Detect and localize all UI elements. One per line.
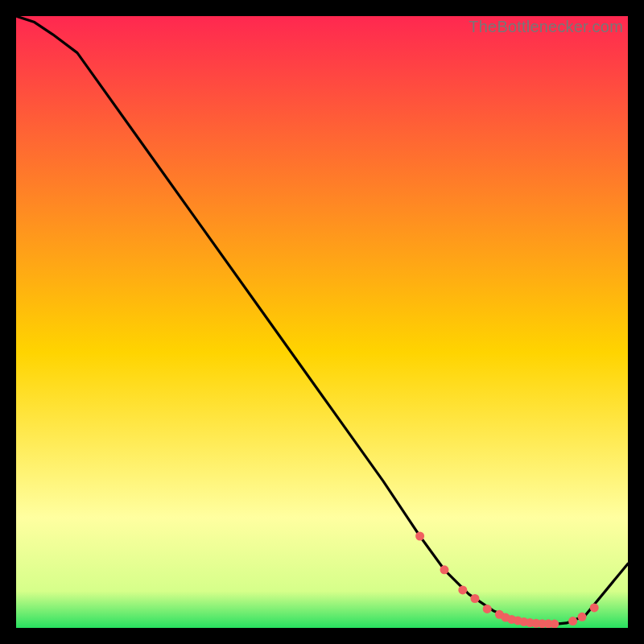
curve-marker [568,617,577,625]
curve-marker [578,613,587,621]
chart-plot [16,16,628,628]
curve-marker [590,603,599,612]
curve-marker [415,532,424,541]
curve-marker [471,594,480,603]
chart-frame: TheBottlenecker.com [16,16,628,628]
curve-marker [458,585,467,594]
gradient-background [16,16,628,628]
curve-marker [440,565,449,574]
curve-marker [483,605,492,613]
watermark-text: TheBottlenecker.com [469,18,623,36]
